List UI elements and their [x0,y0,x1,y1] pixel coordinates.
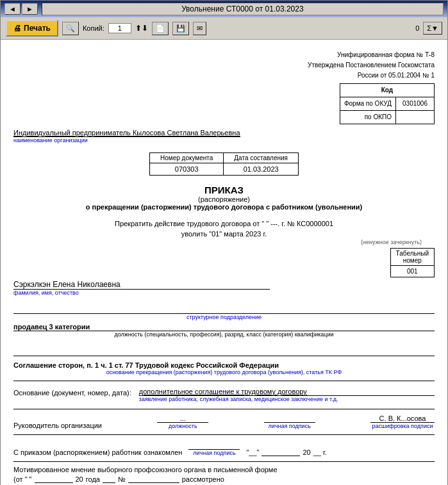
department-value [13,304,435,314]
approved-date-line: России от 05.01.2004 № 1 [308,70,435,81]
opinion-year: 20 [76,475,83,483]
okud-value: 0301006 [396,97,435,111]
acquaint-quote1: "__" [246,448,259,456]
doc-date-header: Дата составления [224,153,299,163]
reason-section: Соглашение сторон, п. 1 ч. 1 ст. 77 Труд… [13,361,435,375]
sub-title2: о прекращении (расторжении) трудового до… [13,203,435,211]
code-table: Код Форма по ОКУД 0301006 по ОКПО [340,83,435,124]
basis-sublabel: заявление работника, служебная записка, … [139,396,435,402]
copies-label: Копий: [83,24,104,32]
tab-number-section: Табельныйномер 001 [13,248,435,277]
printer-icon: 🖨 [13,24,21,33]
opinion-year-label: года [86,475,100,483]
acquaint-sig-label: личная подпись [188,450,240,456]
basis-label: Основание (документ, номер, дата): [13,388,131,399]
approved-by-line: Утверждена Постановлением Госкомстата [308,60,435,70]
head-name-col: С. В. К...осова расшифровка подписи [370,415,435,429]
copies-input[interactable] [108,23,131,33]
acquaint-sig-col: личная подпись [188,440,240,456]
employee-section: Сэркэлкэн Елена Николаевна фамилия, имя,… [13,280,435,296]
org-sublabel: наименование организации [13,137,435,144]
doc-number-section: Номер документа Дата составления 070303 … [13,149,435,179]
title-bar: ◄ ► Увольнение СТ0000 от 01.03.2023 [1,1,447,17]
okpo-label: по ОКПО [340,111,395,124]
email-button[interactable]: ✉ [193,22,206,35]
opinion-from: (от " " [13,475,32,483]
org-name: Индивидуальный предприниматель Кылосова … [13,129,240,137]
not-needed-note: (ненужное зачеркнуть) [13,239,422,245]
head-position: ... [157,415,208,423]
acquaint-month [261,448,300,456]
sub-title1: (распоряжение) [13,195,435,203]
basis-section: Основание (документ, номер, дата): допол… [13,388,435,402]
tab-number-header: Табельныйномер [390,249,434,266]
back-button[interactable]: ◄ [4,3,21,15]
unified-form-block: Унифицированная форма № Т-8 Утверждена П… [308,50,435,127]
head-signature [264,415,315,423]
head-name: С. В. К...осова [370,415,435,423]
document-area: Унифицированная форма № Т-8 Утверждена П… [1,40,447,485]
head-label: Руководитель организации [13,422,102,429]
head-position-label: должность [157,423,208,429]
doc-number-value: 070303 [150,163,224,176]
dismiss-line: уволить "01" марта 2023 г. [13,230,435,238]
opinion-number-value [128,475,179,483]
doc-number-table: Номер документа Дата составления 070303 … [149,152,299,176]
opinion-label: Мотивированное мнение выборного профсоюз… [13,466,435,473]
nav-controls: ◄ ► [4,3,38,15]
toolbar: 🖨 Печать 🔍 Копий: ⬆⬇ 📄 💾 ✉ 0 Σ▼ [1,17,447,40]
basis-value-col: дополнительное соглашение к трудовому до… [139,388,435,402]
tab-number-value: 001 [390,266,434,277]
doc-number-header: Номер документа [150,153,224,163]
preview-button[interactable]: 🔍 [62,22,79,35]
opinion-reviewed: рассмотрено [182,475,224,483]
doc-date-value: 01.03.2023 [224,163,299,176]
head-position-col: ... должность [157,415,208,429]
okpo-value [396,111,435,124]
org-section: Индивидуальный предприниматель Кылосова … [13,128,435,144]
sigma-icon: Σ [427,24,431,32]
sum-button[interactable]: Σ▼ [423,22,442,35]
page-setup-button[interactable]: 📄 [152,22,169,35]
up-down-icon: ⬆⬇ [135,24,148,33]
save-button[interactable]: 💾 [172,22,189,35]
forward-button[interactable]: ► [22,3,38,15]
reason-sublabel: основание прекращения (расторжения) труд… [13,369,435,375]
head-signature-label: личная подпись [264,423,315,429]
opinion-number-blank [103,475,115,483]
position-sublabel: должность (специальность, профессия), ра… [13,331,435,338]
divider3 [13,409,435,409]
position-section: продавец 3 категории должность (специаль… [13,323,435,338]
window-title: Увольнение СТ0000 от 01.03.2023 [42,3,444,15]
opinion-number-label: № [118,475,126,483]
department-section: структурное подразделение [13,304,435,320]
employee-name: Сэркэлкэн Елена Николаевна [13,280,270,290]
head-sig-col: личная подпись [264,415,315,429]
signature-section: Руководитель организации ... должность л… [13,415,435,429]
divider4 [13,434,435,435]
divider1 [13,356,435,356]
position-value: продавец 3 категории [13,323,435,331]
okud-label: Форма по ОКУД [340,97,395,111]
acquaint-row: С приказом (распоряжением) работник озна… [13,440,435,456]
employee-sublabel: фамилия, имя, отчество [13,290,435,296]
basis-value: дополнительное соглашение к трудовому до… [139,388,435,396]
window: ◄ ► Увольнение СТ0000 от 01.03.2023 🖨 Пе… [0,0,448,485]
divider2 [13,381,435,381]
divider5 [13,461,435,462]
department-sublabel: структурное подразделение [13,314,435,320]
head-name-label: расшифровка подписи [370,423,435,429]
main-title: ПРИКАЗ [13,185,435,195]
reason-text: Соглашение сторон, п. 1 ч. 1 ст. 77 Труд… [13,361,435,369]
acquaint-date: "__" 20 __ г. [246,448,326,456]
acquaint-label: С приказом (распоряжением) работник озна… [13,448,182,456]
opinion-row: (от " " 20 года № рассмотрено [13,475,435,483]
unified-form-line: Унифицированная форма № Т-8 [308,50,435,60]
print-button[interactable]: 🖨 Печать [6,20,58,37]
acquaint-section: С приказом (распоряжением) работник озна… [13,440,435,456]
code-header: Код [340,84,434,97]
acquaint-signature [188,440,240,450]
opinion-section: Мотивированное мнение выборного профсоюз… [13,466,435,483]
main-heading: ПРИКАЗ (распоряжение) о прекращении (рас… [13,185,435,211]
tab-number-table: Табельныйномер 001 [390,248,435,277]
